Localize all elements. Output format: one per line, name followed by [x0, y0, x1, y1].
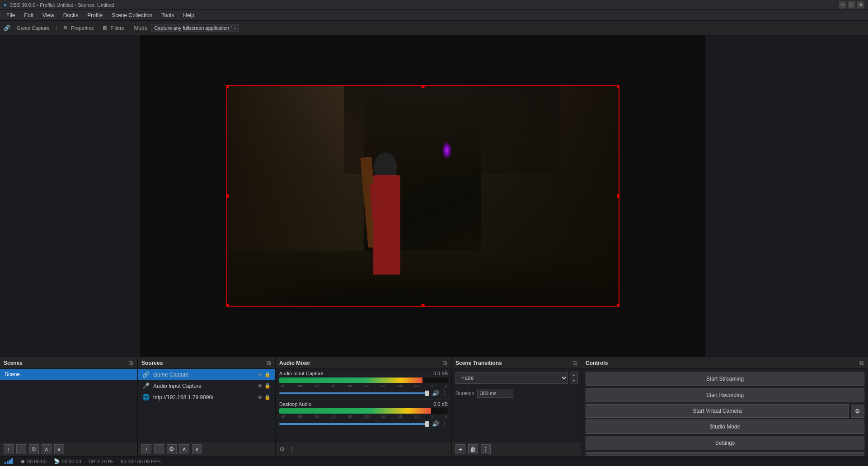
- main-content: [0, 35, 868, 357]
- menu-item-docks[interactable]: Docks: [59, 10, 83, 20]
- source-item-audio-capture[interactable]: 🎤 Audio Input Capture 👁 🔒: [138, 380, 275, 391]
- transitions-content: Fade ▲ ▼ Duration: [452, 369, 582, 442]
- audio-mixer-popout-btn[interactable]: ⧉: [442, 359, 448, 368]
- statusbar: ⏺ 00:00:00 📡 00:00:00 CPU: 0.0% 60.00 / …: [0, 456, 868, 466]
- menu-item-file[interactable]: File: [2, 10, 19, 20]
- sources-add-btn[interactable]: +: [141, 444, 151, 454]
- sources-panel-header: Sources ⧉: [138, 357, 275, 369]
- sources-settings-btn[interactable]: ⚙: [167, 444, 177, 454]
- transitions-popout-btn[interactable]: ⧉: [572, 359, 578, 368]
- properties-btn[interactable]: ⚙ Properties: [61, 24, 96, 32]
- settings-btn[interactable]: Settings: [586, 436, 864, 450]
- scenes-add-btn[interactable]: +: [4, 444, 14, 454]
- scene-transitions-panel: Scene Transitions ⧉ Fade ▲ ▼ Duration: [452, 357, 582, 456]
- menu-item-edit[interactable]: Edit: [19, 10, 38, 20]
- transition-type-up-btn[interactable]: ▲: [570, 372, 577, 378]
- filters-btn[interactable]: ▦ Filters: [100, 24, 127, 32]
- transition-add-btn[interactable]: +: [455, 444, 465, 454]
- exit-btn[interactable]: Exit: [586, 452, 864, 456]
- audio-capture-lock-btn[interactable]: 🔒: [264, 383, 271, 389]
- transition-type-down-btn[interactable]: ▼: [570, 378, 577, 384]
- titlebar-title: OBS 30.0.0 - Profile: Untitled - Scenes:…: [9, 2, 114, 8]
- audio-input-fader[interactable]: [279, 392, 429, 394]
- audio-mixer-header: Audio Mixer ⧉: [276, 357, 451, 369]
- virtual-camera-settings-btn[interactable]: ⚙: [851, 405, 864, 418]
- minimize-button[interactable]: ─: [839, 1, 846, 9]
- menu-item-view[interactable]: View: [38, 10, 59, 20]
- controls-panel: Controls ⧉ Start Streaming Start Recordi…: [582, 357, 868, 456]
- source-bar: 🔗 Game Capture | ⚙ Properties ▦ Filters …: [0, 21, 868, 35]
- audio-channel-desktop-header: Desktop Audio 0.0 dB: [279, 401, 448, 407]
- audio-capture-eye-btn[interactable]: 👁: [258, 383, 263, 389]
- desktop-audio-ticks: -40 -60 -50 -45 -35 -25 -20 -15 -10 -5 0: [279, 415, 448, 419]
- time-1: 00:00:00: [27, 459, 47, 464]
- audio-more-btn[interactable]: ⋮: [289, 446, 295, 453]
- audio-input-level: [279, 377, 422, 383]
- start-recording-btn[interactable]: Start Recording: [586, 388, 864, 402]
- scenes-popout-btn[interactable]: ⧉: [128, 359, 134, 368]
- menu-item-help[interactable]: Help: [178, 10, 199, 20]
- titlebar: ● OBS 30.0.0 - Profile: Untitled - Scene…: [0, 0, 868, 10]
- scene-item[interactable]: Scene: [0, 369, 137, 380]
- desktop-audio-mute-btn[interactable]: 🔊: [432, 420, 439, 427]
- sources-panel: Sources ⧉ 🔗 Game Capture 👁 🔒 🎤 Audio Inp…: [138, 357, 276, 456]
- controls-content: Start Streaming Start Recording Start Vi…: [582, 369, 868, 456]
- audio-input-fader-thumb: [425, 391, 429, 396]
- maximize-button[interactable]: □: [848, 1, 855, 9]
- transition-remove-btn[interactable]: 🗑: [468, 444, 478, 454]
- sources-remove-btn[interactable]: −: [154, 444, 164, 454]
- menubar: FileEditViewDocksProfileScene Collection…: [0, 10, 868, 21]
- handle-bottom-left[interactable]: [226, 304, 229, 307]
- transition-type-select[interactable]: Fade: [455, 372, 568, 384]
- desktop-audio-meter: [279, 408, 448, 414]
- handle-middle-right[interactable]: [617, 194, 619, 198]
- sources-up-btn[interactable]: ∧: [179, 444, 189, 454]
- preview-area[interactable]: [140, 35, 705, 357]
- duration-input[interactable]: [477, 389, 513, 398]
- close-button[interactable]: ✕: [857, 1, 864, 9]
- signal-bar-3: [9, 460, 11, 464]
- time-2: 00:00:00: [62, 459, 81, 464]
- desktop-audio-fader[interactable]: [279, 423, 429, 425]
- handle-bottom-middle[interactable]: [421, 304, 425, 307]
- desktop-audio-name: Desktop Audio: [279, 401, 311, 407]
- scenes-up-btn[interactable]: ∧: [42, 444, 52, 454]
- audio-input-menu-btn[interactable]: ⋮: [442, 390, 448, 396]
- menu-item-tools[interactable]: Tools: [157, 10, 178, 20]
- desktop-audio-fader-row: 🔊 ⋮: [279, 420, 448, 427]
- audio-channel-input: Audio Input Capture 0.0 dB -40 -60 -50 -…: [276, 369, 451, 400]
- source-item-url[interactable]: 🌐 http://192.168.1.79:9090/ 👁 🔒: [138, 391, 275, 403]
- menu-item-scene-collection[interactable]: Scene Collection: [107, 10, 157, 20]
- menu-item-profile[interactable]: Profile: [83, 10, 107, 20]
- sources-down-btn[interactable]: ∨: [192, 444, 202, 454]
- start-streaming-btn[interactable]: Start Streaming: [586, 372, 864, 386]
- studio-mode-btn[interactable]: Studio Mode: [586, 419, 864, 434]
- right-sidebar: [705, 35, 868, 357]
- scenes-remove-btn[interactable]: −: [16, 444, 26, 454]
- mode-dropdown[interactable]: Capture any fullscreen application: [151, 24, 239, 32]
- transition-type-row: Fade ▲ ▼: [452, 369, 582, 387]
- handle-bottom-right[interactable]: [617, 304, 619, 307]
- transition-type-spinner: ▲ ▼: [570, 372, 578, 384]
- scenes-down-btn[interactable]: ∨: [54, 444, 64, 454]
- signal-bar-1: [5, 462, 6, 464]
- start-virtual-camera-btn[interactable]: Start Virtual Camera: [586, 404, 849, 418]
- controls-popout-btn[interactable]: ⧉: [859, 359, 864, 368]
- app-icon: ●: [4, 2, 7, 8]
- url-eye-btn[interactable]: 👁: [258, 394, 263, 400]
- audio-mixer-panel: Audio Mixer ⧉ Audio Input Capture 0.0 dB: [276, 357, 452, 456]
- game-capture-eye-btn[interactable]: 👁: [258, 372, 263, 377]
- cpu-value: 0.0%: [102, 459, 113, 464]
- audio-input-mute-btn[interactable]: 🔊: [432, 390, 439, 396]
- audio-advanced-btn[interactable]: ⚙: [279, 446, 285, 453]
- sources-popout-btn[interactable]: ⧉: [266, 359, 272, 368]
- transition-more-btn[interactable]: ⋮: [481, 444, 491, 454]
- game-capture-lock-btn[interactable]: 🔒: [264, 372, 271, 377]
- url-lock-btn[interactable]: 🔒: [264, 394, 271, 400]
- source-item-game-capture[interactable]: 🔗 Game Capture 👁 🔒: [138, 369, 275, 380]
- desktop-audio-fader-thumb: [425, 421, 429, 427]
- scenes-copy-btn[interactable]: ⧉: [29, 444, 39, 454]
- scenes-list: Scene: [0, 369, 137, 442]
- titlebar-left: ● OBS 30.0.0 - Profile: Untitled - Scene…: [4, 2, 114, 8]
- desktop-audio-menu-btn[interactable]: ⋮: [442, 420, 448, 427]
